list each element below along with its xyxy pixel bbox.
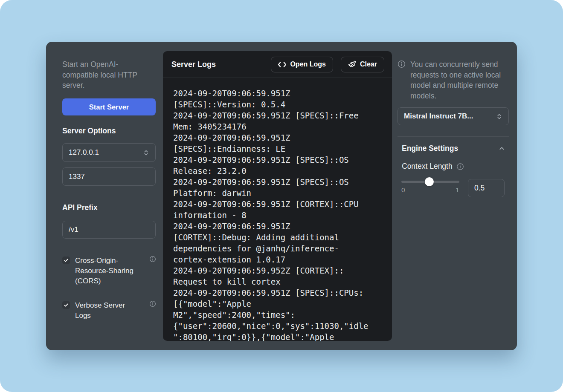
context-length-label: Context Length [402,162,453,171]
log-line: [SPECS]::Endianness: LE [173,143,383,154]
log-line: 2024-09-20T09:06:59.951Z [SPECS]::OS [173,176,383,187]
log-line: 2024-09-20T09:06:59.951Z [173,88,383,99]
server-options-heading: Server Options [62,127,156,135]
check-icon [64,303,69,308]
log-line: 2024-09-20T09:06:59.951Z [SPECS]::OS [173,154,383,165]
api-prefix-input[interactable] [69,225,149,234]
log-line: [{"model":"Apple [173,298,383,309]
api-prefix-heading: API Prefix [62,203,156,212]
chevron-up-down-icon [143,150,149,156]
engine-settings-toggle[interactable]: Engine Settings [402,144,505,153]
log-line: 2024-09-20T09:06:59.951Z [173,221,383,232]
log-line: 2024-09-20T09:06:59.951Z [173,132,383,143]
verbose-logs-info-icon[interactable] [149,300,156,307]
cors-checkbox-row: Cross-Origin-Resource-Sharing (CORS) [62,256,156,286]
server-description: Start an OpenAI-compatible local HTTP se… [62,59,153,91]
open-logs-button-label: Open Logs [290,61,326,68]
app-background: Start an OpenAI-compatible local HTTP se… [0,0,563,392]
server-logs-title: Server Logs [171,60,216,69]
context-length-value-input[interactable] [474,184,498,193]
server-logs-output[interactable]: 2024-09-20T09:06:59.951Z [SPECS]::Versio… [163,78,392,341]
log-line: [CORTEX]::Debug: Adding additional [173,232,383,243]
cors-checkbox-label: Cross-Origin-Resource-Sharing (CORS) [75,256,140,286]
port-field[interactable] [62,167,156,186]
host-select[interactable]: 127.0.0.1 [62,143,156,162]
log-line: 2024-09-20T09:06:59.952Z [CORTEX]:: [173,265,383,276]
model-select[interactable]: Mistral Instruct 7B... [398,107,509,125]
open-logs-button[interactable]: Open Logs [271,57,333,72]
context-length-value-field[interactable] [468,179,505,197]
log-line: Mem: 3405234176 [173,121,383,132]
log-line: information - 8 [173,210,383,221]
log-line: M2","speed":2400,"times": [173,309,383,320]
verbose-logs-checkbox-label: Verbose Server Logs [75,300,140,321]
log-line: Platform: darwin [173,187,383,199]
log-line: Request to kill cortex [173,276,383,287]
start-server-button[interactable]: Start Server [62,98,156,115]
server-logs-header: Server Logs Open Logs Clear [163,51,392,78]
server-logs-panel: Server Logs Open Logs Clear 2024-0 [163,51,392,341]
api-prefix-field[interactable] [62,221,156,239]
concurrency-info-text: You can concurrently send requests to on… [410,59,509,101]
paintbrush-icon [348,61,356,69]
model-select-value: Mistral Instruct 7B... [404,112,473,121]
server-settings-column: Start an OpenAI-compatible local HTTP se… [62,42,156,350]
clear-logs-button-label: Clear [360,61,377,68]
log-line: 2024-09-20T09:06:59.951Z [CORTEX]::CPU [173,199,383,210]
context-length-info-icon[interactable] [456,163,464,170]
engine-settings-divider [398,136,509,137]
clear-logs-button[interactable]: Clear [341,57,384,72]
slider-max-label: 1 [456,186,459,194]
slider-min-label: 0 [401,186,405,194]
log-line: Release: 23.2.0 [173,165,383,176]
chevron-up-icon [499,145,505,152]
engine-settings-heading: Engine Settings [402,144,458,153]
verbose-logs-checkbox-row: Verbose Server Logs [62,300,156,321]
port-input[interactable] [69,173,149,181]
local-api-server-window: Start an OpenAI-compatible local HTTP se… [46,42,517,350]
cors-checkbox[interactable] [62,257,70,264]
code-icon [278,62,286,67]
info-icon [398,60,406,68]
verbose-logs-checkbox[interactable] [62,301,70,309]
model-settings-column: You can concurrently send requests to on… [398,42,509,350]
log-line: dependencies for @janhq/inference- [173,243,383,254]
log-line: 2024-09-20T09:06:59.951Z [SPECS]::Free [173,110,383,121]
context-length-row: Context Length [402,162,464,171]
chevron-up-down-icon [496,113,502,120]
log-line: ":80100,"irq":0}},{"model":"Apple [173,331,383,341]
context-length-slider-thumb[interactable] [425,177,434,186]
log-line: [SPECS]::Version: 0.5.4 [173,99,383,110]
log-line: {"user":20600,"nice":0,"sys":11030,"idle [173,320,383,331]
log-line: 2024-09-20T09:06:59.951Z [SPECS]::CPUs: [173,287,383,298]
log-line: cortex-extension 1.0.17 [173,254,383,265]
cors-info-icon[interactable] [149,256,156,262]
check-icon [64,258,69,263]
host-select-value: 127.0.0.1 [69,148,99,157]
